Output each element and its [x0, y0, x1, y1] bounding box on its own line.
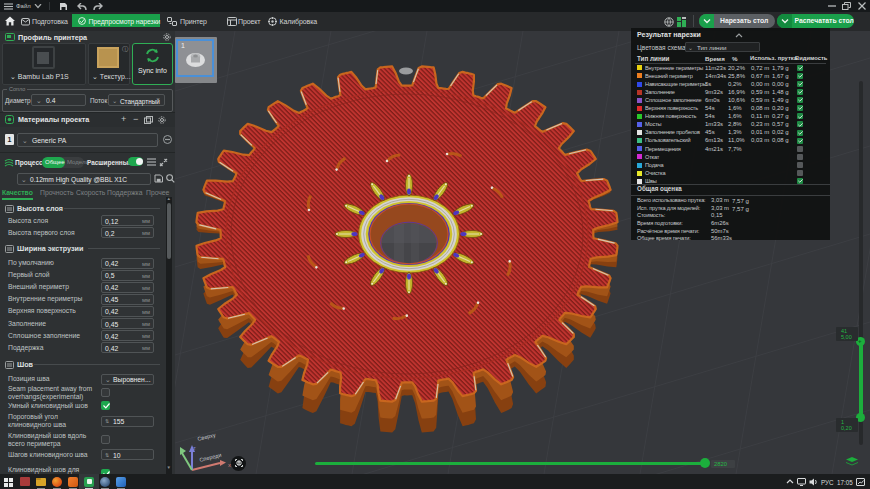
- svg-text:z: z: [193, 445, 196, 451]
- svg-text:Сверху: Сверху: [197, 432, 217, 442]
- svg-text:Спереди: Спереди: [199, 452, 222, 463]
